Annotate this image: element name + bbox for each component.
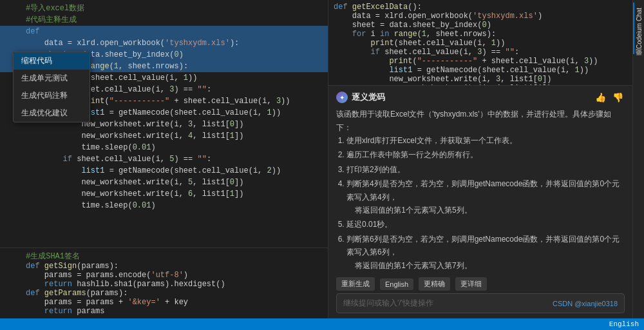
code-line: if sheet.cell_value(i, 3) == "": [328,48,632,57]
code-editor-top[interactable]: #导入excel数据 #代码主释生成 def data = xlrd.open_… [0,0,328,248]
code-line: print("-----------" + sheet.cell_value(i… [328,57,632,66]
code-line: return params [0,307,328,316]
code-line: data = xlrd.open_workbook('tyshxydm.xls'… [328,12,632,21]
context-menu: 缩程代码 生成单元测试 生成代码注释 生成优化建议 [13,52,90,122]
code-line: def [0,26,328,37]
context-menu-item-unit-test[interactable]: 生成单元测试 [14,70,90,87]
like-button[interactable]: 👍 [594,91,607,104]
left-code-bottom: #生成SHA1签名 def getSign(params): params = … [0,248,328,318]
code-line: new_worksheet.write(i, 6, list1[1]) [0,188,328,200]
chat-header: ✦ 逐义觉码 👍 👎 [336,91,625,104]
context-menu-item-shrink-code[interactable]: 缩程代码 [14,52,90,70]
code-line: sheet = data.sheet_by_index(0) [328,21,632,30]
bottom-status-bar: English [0,318,644,330]
code-line: #生成SHA1签名 [0,251,328,262]
code-line: print(sheet.cell_value(i, 1)) [328,39,632,48]
sidebar-tabs: Codeium Chat 关义觉码 [632,0,644,318]
chat-steps: 使用xlrd库打开Excel文件，并获取第一个工作表。 遍历工作表中除第一行之外… [336,134,625,272]
code-line: #导入excel数据 [0,3,328,14]
chat-step-3: 打印第2列的值。 [346,163,625,176]
more-accurate-button[interactable]: 更精确 [419,277,450,291]
context-menu-item-optimize[interactable]: 生成优化建议 [14,104,90,122]
chat-step-5: 延迟0.01秒。 [346,218,625,231]
context-menu-item-generate-comments[interactable]: 生成代码注释 [14,87,90,104]
chat-step-2: 遍历工作表中除第一行之外的所有行。 [346,148,625,161]
chat-description: 该函数用于读取Excel文件（'tyshxydm.xls'）中的数据，并进行处理… [336,108,625,272]
code-line: new_worksheet.write(i, 3, list1[0]) [328,75,632,84]
chat-footer-text: CSDN @xianjie0318 [553,300,618,307]
right-code-view: def getExcelData(): data = xlrd.open_wor… [328,0,632,85]
code-line: list1 = getNamecode(sheet.cell_value(i, … [0,165,328,177]
code-line: def getExcelData(): [328,3,632,12]
regenerate-button[interactable]: 重新生成 [336,277,375,291]
chat-action-bar: 重新生成 English 更精确 更详细 [336,277,625,291]
code-line: time.sleep(0.01) [0,142,328,153]
chat-title: 逐义觉码 [352,92,385,103]
code-line: #代码主释生成 [0,14,328,26]
code-line: params = params.encode('utf-8') [0,271,328,280]
left-panel: #导入excel数据 #代码主释生成 def data = xlrd.open_… [0,0,328,318]
code-line: return hashlib.sha1(params).hexdigest() [0,280,328,289]
code-line: list1 = getNamecode(sheet.cell_value(i, … [328,66,632,75]
code-line: def getParams(params): [0,289,328,298]
dislike-button[interactable]: 👎 [611,91,625,104]
code-line: new_worksheet.write(i, 4, list1[1]) [0,130,328,142]
right-panel: def getExcelData(): data = xlrd.open_wor… [328,0,632,318]
code-line: for i in range(1, sheet.nrows): [328,30,632,39]
chat-step-6: 判断第6列是否为空，若为空，则调用getNamecode函数，并将返回值的第0个… [346,233,625,272]
sidebar-tab-codeium[interactable]: Codeium Chat [633,3,644,54]
chat-step-4: 判断第4列是否为空，若为空，则调用getNamecode函数，并将返回值的第0个… [346,177,625,217]
chat-ai-icon: ✦ [336,92,348,103]
code-line: def getSign(params): [0,262,328,271]
code-line: params = params + '&key=' + key [0,298,328,307]
language-indicator[interactable]: English [609,320,639,328]
chat-panel: ✦ 逐义觉码 👍 👎 该函数用于读取Excel文件（'tyshxydm.xls'… [328,85,632,318]
code-line: data = xlrd.open_workbook('tyshxydm.xls'… [0,37,328,49]
code-line: time.sleep(0.01) [0,200,328,211]
code-line: if sheet.cell_value(i, 5) == "": [0,153,328,165]
chat-description-text: 该函数用于读取Excel文件（'tyshxydm.xls'）中的数据，并进行处理… [336,108,625,134]
more-detail-button[interactable]: 更详细 [455,277,487,291]
english-button[interactable]: English [380,278,413,290]
chat-step-1: 使用xlrd库打开Excel文件，并获取第一个工作表。 [346,134,625,147]
code-line: new_worksheet.write(i, 5, list1[0]) [0,177,328,188]
chat-input-placeholder: 继续提问或输入'/'快捷操作 [343,298,433,309]
sidebar-tab-chat[interactable]: 关义觉码 [633,55,645,66]
chat-input-bar[interactable]: 继续提问或输入'/'快捷操作 CSDN @xianjie0318 [336,293,625,313]
main-container: #导入excel数据 #代码主释生成 def data = xlrd.open_… [0,0,644,318]
